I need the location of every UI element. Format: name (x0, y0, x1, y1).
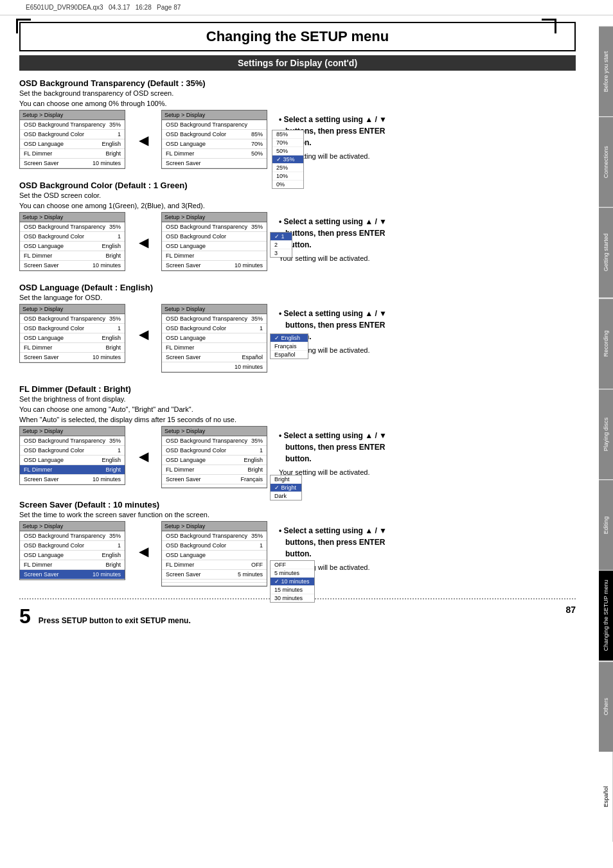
setting-desc1-transparency: Set the background transparency of OSD s… (19, 89, 576, 97)
arrow-icon-color: ◀ (139, 235, 148, 250)
sidebar-tab-playing-discs[interactable]: Playing discs (599, 389, 613, 479)
left-osd-color: Setup > Display OSD Background Transpare… (19, 212, 125, 271)
osd-row-5: Screen Saver 10 minutes (20, 159, 125, 168)
rosd-row-5: Screen Saver (162, 159, 267, 168)
left-osd-dimmer: Setup > Display OSD Background Transpare… (19, 426, 125, 485)
setting-title-transparency: OSD Background Transparency (Default : 3… (19, 78, 576, 88)
step-number: 5 (19, 605, 31, 628)
sidebar-tab-before-you-start[interactable]: Before you start (599, 26, 613, 116)
setting-block-language: OSD Language (Default : English) Set the… (19, 283, 576, 373)
osd-row-3: OSD Language English (20, 139, 125, 149)
page-title-box: Changing the SETUP menu (19, 22, 576, 51)
right-osd-dimmer: Setup > Display OSD Background Transpare… (161, 426, 267, 488)
instruction-screensaver: • Select a setting using ▲ / ▼buttons, t… (272, 521, 576, 580)
right-osd-language: Setup > Display OSD Background Transpare… (161, 304, 267, 373)
setting-block-transparency: OSD Background Transparency (Default : 3… (19, 78, 576, 169)
left-osd-title-transparency: Setup > Display (20, 111, 125, 120)
page-number: 87 (565, 605, 576, 615)
rosd-row-4: FL Dimmer 50% (162, 149, 267, 159)
rosd-row-2: OSD Background Color 85% 85% 70% 50% ✓ 3… (162, 130, 267, 139)
setting-block-dimmer: FL Dimmer (Default : Bright) Set the bri… (19, 384, 576, 488)
sidebar-tab-getting-started[interactable]: Getting started (599, 207, 613, 297)
instruction-dimmer: • Select a setting using ▲ / ▼buttons, t… (272, 426, 576, 484)
right-osd-color: Setup > Display OSD Background Transpare… (161, 212, 267, 271)
setting-title-screensaver: Screen Saver (Default : 10 minutes) (19, 500, 576, 509)
sidebar-tab-editing[interactable]: Editing (599, 479, 613, 570)
instruction-color: • Select a setting using ▲ / ▼buttons, t… (272, 212, 576, 270)
setting-title-dimmer: FL Dimmer (Default : Bright) (19, 384, 576, 394)
page-wrapper: E6501UD_DVR90DEA.qx3 04.3.17 16:28 Page … (0, 0, 613, 868)
meta-page-label: Page 87 (157, 4, 181, 11)
setting-block-color: OSD Background Color (Default : 1 Green)… (19, 181, 576, 271)
instruction-bullet-transparency: • Select a setting using ▲ / ▼buttons, t… (279, 114, 569, 148)
rosd-row-1: OSD Background Transparency (162, 120, 267, 130)
arrow-icon-dimmer: ◀ (139, 448, 148, 464)
dimmer-dropdown: Bright ✓ Bright Dark (270, 475, 302, 500)
main-content: Changing the SETUP menu Settings for Dis… (0, 15, 599, 635)
meta-file: E6501UD_DVR90DEA.qx3 (26, 4, 103, 11)
sidebar-tab-connections[interactable]: Connections (599, 116, 613, 207)
right-osd-title-transparency: Setup > Display (162, 111, 267, 120)
color-dropdown: ✓ 1 2 3 (270, 232, 292, 258)
setting-desc2-dimmer: You can choose one among "Auto", "Bright… (19, 405, 576, 413)
right-sidebar: Before you start Connections Getting sta… (599, 26, 613, 842)
setting-title-language: OSD Language (Default : English) (19, 283, 576, 292)
rosd-row-3: OSD Language 70% (162, 139, 267, 149)
setting-desc1-dimmer: Set the brightness of front display. (19, 395, 576, 403)
sidebar-tab-espanol[interactable]: Español (599, 752, 613, 842)
arrow-icon-screensaver: ◀ (139, 544, 148, 559)
step-area: 5 Press SETUP button to exit SETUP menu. (19, 605, 191, 628)
screensaver-dropdown: OFF 5 minutes ✓ 10 minutes 15 minutes 30… (270, 560, 315, 603)
right-osd-screensaver: Setup > Display OSD Background Transpare… (161, 521, 267, 587)
setting-desc2-transparency: You can choose one among 0% through 100%… (19, 100, 576, 107)
instruction-language: • Select a setting using ▲ / ▼buttons, t… (272, 304, 576, 362)
arrow-icon-language: ◀ (139, 326, 148, 342)
osd-row-1: OSD Background Transparency 35% (20, 120, 125, 130)
instruction-sub-transparency: Your setting will be activated. (279, 151, 569, 162)
setting-desc3-dimmer: When "Auto" is selected, the display dim… (19, 416, 576, 423)
meta-time: 16:28 (136, 4, 152, 11)
bottom-area: 5 Press SETUP button to exit SETUP menu.… (19, 605, 576, 628)
section-header: Settings for Display (cont'd) (19, 55, 576, 71)
left-osd-transparency: Setup > Display OSD Background Transpare… (19, 110, 125, 169)
instruction-transparency: • Select a setting using ▲ / ▼buttons, t… (272, 110, 576, 168)
sidebar-tab-changing-setup[interactable]: Changing the SETUP menu (599, 570, 613, 660)
osd-row-2: OSD Background Color 1 (20, 130, 125, 139)
left-osd-screensaver: Setup > Display OSD Background Transpare… (19, 521, 125, 580)
setting-desc1-screensaver: Set the time to work the screen saver fu… (19, 511, 576, 518)
language-dropdown: ✓ English Français Español (270, 333, 308, 359)
right-osd-transparency: Setup > Display OSD Background Transpare… (161, 110, 267, 169)
sidebar-tab-others[interactable]: Others (599, 661, 613, 752)
setting-desc1-color: Set the OSD screen color. (19, 191, 576, 199)
arrow-icon: ◀ (139, 132, 148, 148)
page-title: Changing the SETUP menu (21, 28, 574, 45)
sidebar-tab-recording[interactable]: Recording (599, 298, 613, 389)
transparency-dropdown: 85% 70% 50% ✓ 35% 25% 10% 0% (272, 130, 304, 189)
left-osd-language: Setup > Display OSD Background Transpare… (19, 304, 125, 363)
setting-desc1-language: Set the language for OSD. (19, 294, 576, 301)
title-wrapper: Changing the SETUP menu (19, 22, 576, 51)
setting-desc2-color: You can choose one among 1(Green), 2(Blu… (19, 202, 576, 209)
setting-block-screensaver: Screen Saver (Default : 10 minutes) Set … (19, 500, 576, 587)
arrow-transparency: ◀ (130, 110, 156, 148)
press-setup-label: Press SETUP button to exit SETUP menu. (39, 616, 191, 625)
top-meta: E6501UD_DVR90DEA.qx3 04.3.17 16:28 Page … (0, 0, 613, 15)
osd-row-4: FL Dimmer Bright (20, 149, 125, 159)
meta-date: 04.3.17 (109, 4, 130, 11)
